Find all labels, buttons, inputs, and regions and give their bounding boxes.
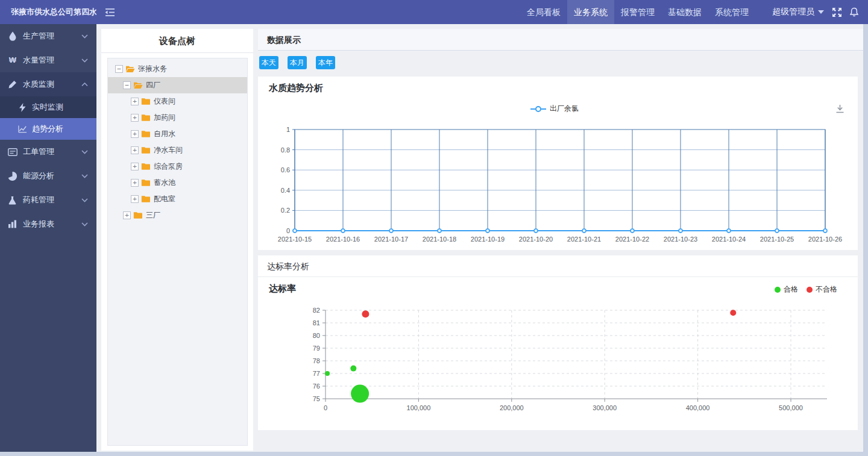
- menu-fold-icon[interactable]: [105, 8, 115, 17]
- sidebar-item-label: 药耗管理: [23, 195, 54, 205]
- svg-text:0.8: 0.8: [281, 146, 290, 154]
- topnav-item-1[interactable]: 业务系统: [567, 0, 614, 24]
- time-button-0[interactable]: 本天: [259, 56, 278, 69]
- svg-text:75: 75: [313, 395, 320, 402]
- svg-text:0: 0: [324, 404, 327, 411]
- svg-text:200,000: 200,000: [500, 404, 524, 411]
- sidebar-subitem-2-1[interactable]: 趋势分析: [0, 118, 96, 140]
- tree-node-4[interactable]: +自用水: [108, 126, 247, 142]
- scatter-point[interactable]: [362, 310, 369, 317]
- chevron-down-icon: [81, 222, 88, 226]
- tree-node-0[interactable]: −张掖水务: [108, 61, 247, 77]
- tree-node-label: 四厂: [146, 80, 160, 90]
- svg-text:2021-10-17: 2021-10-17: [374, 236, 408, 243]
- tree-node-label: 三厂: [146, 210, 160, 220]
- trend-icon: [18, 125, 27, 134]
- svg-text:79: 79: [313, 345, 320, 352]
- flask-icon: [7, 195, 17, 205]
- device-tree-title: 设备点树: [101, 29, 253, 53]
- folder-closed-icon: [141, 130, 151, 139]
- sidebar-subitem-label: 趋势分析: [32, 123, 63, 134]
- svg-text:2021-10-26: 2021-10-26: [808, 236, 842, 243]
- sidebar-item-label: 生产管理: [23, 31, 54, 42]
- chevron-down-icon: [81, 58, 88, 63]
- expand-icon[interactable]: +: [123, 211, 131, 219]
- sidebar-item-5[interactable]: 药耗管理: [0, 188, 96, 212]
- expand-icon[interactable]: +: [131, 179, 139, 187]
- sidebar-subitem-2-0[interactable]: 实时监测: [0, 96, 96, 118]
- time-button-1[interactable]: 本月: [288, 56, 307, 69]
- time-button-2[interactable]: 本年: [316, 56, 335, 69]
- expand-icon[interactable]: +: [131, 98, 139, 105]
- chevron-down-icon: [81, 34, 88, 39]
- topnav-item-2[interactable]: 报警管理: [614, 0, 661, 24]
- scatter-point[interactable]: [350, 366, 356, 372]
- tree-node-3[interactable]: +加药间: [108, 110, 247, 126]
- topnav-item-3[interactable]: 基础数据: [661, 0, 708, 24]
- sidebar-item-label: 工单管理: [23, 146, 54, 157]
- tree-node-label: 综合泵房: [154, 161, 183, 172]
- scatter-point[interactable]: [730, 310, 736, 316]
- svg-text:80: 80: [313, 332, 320, 339]
- sidebar-item-1[interactable]: W水量管理: [0, 48, 96, 72]
- svg-text:2021-10-20: 2021-10-20: [519, 236, 553, 243]
- expand-icon[interactable]: +: [131, 163, 139, 170]
- svg-text:82: 82: [313, 307, 320, 314]
- fullscreen-icon[interactable]: [832, 8, 841, 17]
- sidebar-subitem-label: 实时监测: [32, 102, 63, 113]
- tree-node-2[interactable]: +仪表间: [108, 93, 247, 110]
- sidebar-item-2[interactable]: 水质监测: [0, 72, 96, 96]
- compliance-rate-card: 达标率分析 达标率 合格不合格 75767778798081820100,000…: [258, 255, 858, 430]
- svg-text:2021-10-25: 2021-10-25: [760, 236, 794, 243]
- folder-open-icon: [133, 81, 143, 90]
- tree-node-9[interactable]: +三厂: [108, 207, 247, 223]
- sidebar-item-4[interactable]: 能源分析: [0, 164, 96, 188]
- collapse-icon[interactable]: −: [115, 65, 123, 73]
- sidebar-item-0[interactable]: 生产管理: [0, 24, 96, 48]
- tree-node-8[interactable]: +配电室: [108, 191, 247, 207]
- sidebar-item-6[interactable]: 业务报表: [0, 212, 96, 236]
- folder-open-icon: [125, 65, 135, 73]
- expand-icon[interactable]: +: [131, 114, 139, 122]
- svg-text:78: 78: [313, 357, 320, 364]
- chevron-up-icon: [81, 83, 88, 87]
- tree-node-label: 张掖水务: [138, 64, 167, 74]
- svg-text:0.4: 0.4: [281, 187, 290, 194]
- svg-text:2021-10-16: 2021-10-16: [326, 236, 360, 243]
- sidebar: 生产管理W水量管理水质监测实时监测趋势分析工单管理能源分析药耗管理业务报表: [0, 24, 96, 452]
- folder-closed-icon: [141, 146, 151, 155]
- tree-node-7[interactable]: +蓄水池: [108, 175, 247, 191]
- user-area: 超级管理员: [772, 7, 858, 17]
- scatter-point[interactable]: [351, 385, 369, 403]
- bell-icon[interactable]: [850, 7, 858, 17]
- user-name: 超级管理员: [772, 7, 814, 17]
- report-icon: [7, 219, 17, 230]
- top-navigation: 全局看板业务系统报警管理基础数据系统管理: [520, 0, 755, 24]
- tree-node-6[interactable]: +综合泵房: [108, 158, 247, 175]
- tree-node-1[interactable]: −四厂: [108, 77, 247, 93]
- expand-icon[interactable]: +: [131, 195, 139, 203]
- vertical-scrollbar[interactable]: [863, 24, 868, 452]
- topnav-item-4[interactable]: 系统管理: [708, 0, 755, 24]
- trend-line-chart: 00.20.40.60.812021-10-152021-10-162021-1…: [258, 77, 858, 250]
- scatter-point[interactable]: [325, 371, 330, 376]
- rate-scatter-chart: 75767778798081820100,000200,000300,00040…: [258, 255, 858, 430]
- svg-text:300,000: 300,000: [593, 404, 617, 411]
- folder-closed-icon: [141, 163, 151, 171]
- sidebar-item-label: 水质监测: [23, 79, 54, 90]
- topnav-item-0[interactable]: 全局看板: [520, 0, 567, 24]
- expand-icon[interactable]: +: [131, 146, 139, 154]
- user-menu[interactable]: 超级管理员: [772, 7, 824, 17]
- svg-text:500,000: 500,000: [779, 404, 803, 411]
- sidebar-item-3[interactable]: 工单管理: [0, 140, 96, 164]
- sidebar-item-label: 业务报表: [23, 219, 54, 230]
- svg-text:2021-10-24: 2021-10-24: [712, 236, 746, 243]
- horizontal-scrollbar[interactable]: [0, 452, 868, 456]
- water-amount-icon: W: [7, 55, 17, 66]
- data-display-header: 数据展示: [258, 29, 863, 51]
- expand-icon[interactable]: +: [131, 130, 139, 138]
- tree-node-5[interactable]: +净水车间: [108, 142, 247, 158]
- svg-text:0.6: 0.6: [281, 166, 290, 173]
- sidebar-item-label: 能源分析: [23, 170, 54, 181]
- collapse-icon[interactable]: −: [123, 81, 131, 89]
